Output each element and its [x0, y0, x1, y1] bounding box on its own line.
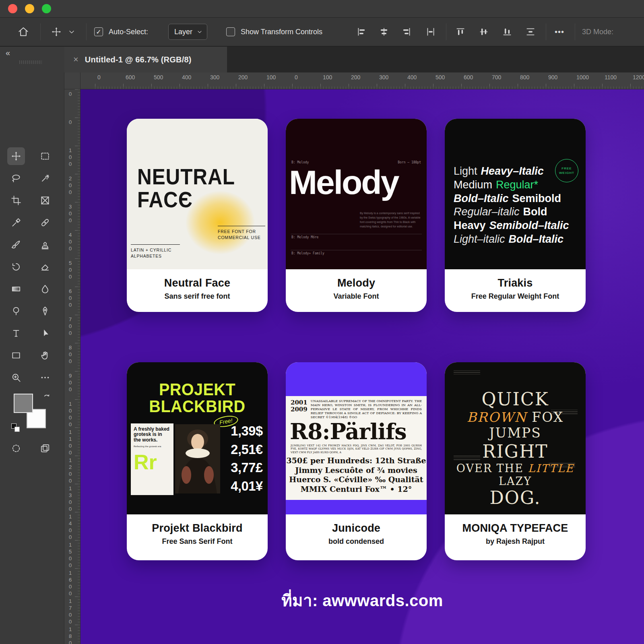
lasso-tool[interactable] — [7, 169, 25, 187]
card-junicode: 2001 2009 UNASSAILABLE SUPREMACY OF THE … — [286, 362, 427, 560]
zoom-tool[interactable] — [7, 369, 25, 386]
show-transform-checkbox[interactable] — [226, 27, 235, 36]
junicode-specimen-panel: 2001 2009 UNASSAILABLE SUPREMACY OF THE … — [286, 396, 427, 500]
ruler-number: 0 — [95, 72, 123, 89]
crop-tool[interactable] — [7, 192, 25, 209]
move-tool-chevron[interactable] — [68, 28, 76, 36]
align-top-button[interactable] — [452, 23, 469, 41]
blur-drop-icon — [40, 284, 50, 294]
vertical-ruler[interactable]: 0 0 100 200 300 400 500 600 700 800 900 … — [64, 89, 80, 644]
align-bottom-button[interactable] — [498, 23, 516, 41]
document-tab[interactable]: × Untitled-1 @ 66.7% (RGB/8) — [64, 47, 227, 72]
type-tool[interactable] — [7, 324, 25, 342]
ellipsis-icon — [40, 372, 50, 383]
align-right-button[interactable] — [398, 23, 415, 41]
blur-tool[interactable] — [36, 280, 54, 298]
dodge-tool[interactable] — [7, 302, 25, 320]
card-subtitle: Variable Font — [286, 292, 427, 301]
distribute-horizontal-button[interactable] — [422, 23, 440, 41]
screen-mode-button[interactable] — [36, 440, 54, 457]
rectangle-tool[interactable] — [7, 347, 25, 364]
auto-select-checkbox[interactable]: ✓ — [94, 27, 103, 36]
foreground-color-swatch[interactable] — [14, 394, 33, 413]
ruler-number: 300 — [377, 72, 405, 89]
align-top-icon — [455, 27, 466, 37]
path-selection-tool[interactable] — [36, 324, 54, 342]
ruler-number: 1200 — [67, 457, 73, 485]
melody-headline: Melody — [289, 163, 398, 202]
card-subtitle: by Rajesh Rajput — [445, 537, 586, 546]
move-icon — [11, 151, 21, 161]
distribute-vertical-button[interactable] — [522, 23, 539, 41]
card-footer: Projekt Blackbird Free Sans Serif Font — [127, 514, 268, 546]
ruler-corner[interactable] — [64, 72, 80, 89]
chevron-down-icon — [196, 29, 203, 35]
healing-brush-icon — [40, 217, 50, 228]
more-options-button[interactable]: ••• — [555, 27, 564, 37]
panel-grip-texture — [19, 60, 42, 64]
card-title: Neutral Face — [127, 277, 268, 289]
horizontal-ruler[interactable]: 0 600 500 400 300 200 100 0 100 200 300 … — [80, 72, 644, 89]
move-tool[interactable] — [7, 147, 25, 165]
home-icon — [17, 26, 29, 38]
pen-tool[interactable] — [36, 302, 54, 320]
frame-tool[interactable] — [36, 192, 54, 209]
rectangular-marquee-tool[interactable] — [36, 147, 54, 165]
ruler-number: 1700 — [67, 598, 73, 625]
ruler-number: 1000 — [574, 72, 602, 89]
junicode-art: 2001 2009 UNASSAILABLE SUPREMACY OF THE … — [286, 362, 427, 514]
divider — [291, 234, 422, 234]
ruler-number: 700 — [489, 72, 518, 89]
ruler-number: 900 — [546, 72, 574, 89]
dodge-icon — [11, 306, 21, 316]
clone-stamp-tool[interactable] — [36, 236, 54, 254]
hand-tool[interactable] — [36, 347, 54, 364]
swap-colors-button[interactable] — [43, 393, 52, 402]
history-brush-tool[interactable] — [7, 258, 25, 276]
ruler-number: 0 — [292, 72, 320, 89]
specimen-lines: 350£ per Hundreds: 12th Straße Jimmy Les… — [286, 456, 427, 494]
close-window-button[interactable] — [8, 4, 17, 13]
neutral-face-art: NEUTRAL FACЄ FREE FONT FOR COMMERCIAL US… — [127, 119, 268, 269]
brush-tool[interactable] — [7, 236, 25, 254]
card-subtitle: bold condensed — [286, 537, 427, 546]
ruler-number: 500 — [151, 72, 180, 89]
marquee-icon — [40, 151, 50, 161]
history-brush-icon — [11, 262, 21, 272]
dropdown-value: Layer — [174, 28, 192, 36]
frame-icon — [40, 195, 50, 206]
moniqa-pangram: QUICK BROWN FOX JUMPS RIGHT OVER THE LIT… — [445, 389, 586, 508]
gradient-tool[interactable] — [7, 280, 25, 298]
document-tab-title: Untitled-1 @ 66.7% (RGB/8) — [85, 55, 192, 64]
rr-glyphs: Rr — [134, 452, 171, 473]
magic-wand-tool[interactable] — [36, 169, 54, 187]
ruler-number: 400 — [67, 232, 73, 252]
eyedropper-tool[interactable] — [7, 214, 25, 231]
ruler-number: 400 — [180, 72, 208, 89]
ruler-number: 300 — [208, 72, 236, 89]
more-tools-button[interactable] — [36, 369, 54, 386]
document-canvas[interactable]: NEUTRAL FACЄ FREE FONT FOR COMMERCIAL US… — [80, 89, 644, 644]
close-tab-button[interactable]: × — [73, 54, 78, 65]
divider — [291, 250, 422, 250]
align-right-icon — [401, 27, 412, 37]
hand-icon — [40, 350, 50, 361]
minimize-window-button[interactable] — [25, 4, 34, 13]
zoom-icon — [11, 372, 21, 383]
move-tool-option[interactable] — [47, 23, 65, 41]
auto-select-target-dropdown[interactable]: Layer — [168, 24, 207, 40]
ruler-number: 1500 — [67, 542, 73, 569]
ruler-number: 300 — [67, 204, 73, 224]
eraser-tool[interactable] — [36, 258, 54, 276]
align-center-horizontal-button[interactable] — [375, 23, 393, 41]
spot-healing-tool[interactable] — [36, 214, 54, 231]
quick-mask-button[interactable] — [7, 440, 25, 457]
zoom-window-button[interactable] — [42, 4, 51, 13]
align-center-vertical-button[interactable] — [475, 23, 493, 41]
document-tab-bar: × Untitled-1 @ 66.7% (RGB/8) — [64, 47, 644, 72]
collapse-panel-button[interactable]: « — [6, 48, 9, 58]
tools-panel-header: « — [0, 47, 64, 72]
home-button[interactable] — [14, 23, 32, 41]
align-left-button[interactable] — [353, 23, 370, 41]
align-bottom-icon — [502, 27, 512, 37]
